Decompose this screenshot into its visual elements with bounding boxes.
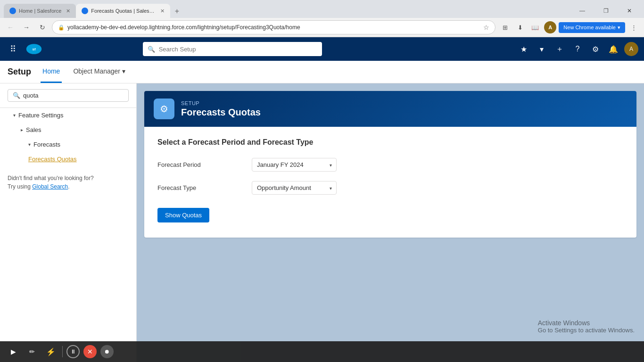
global-search-link[interactable]: Global Search: [32, 183, 68, 190]
sidebar-search-input[interactable]: [23, 92, 124, 99]
salesforce-app: ⠿ sf 🔍 ★ ▾ ＋ ? ⚙ 🔔 A Setup Home Object M…: [0, 37, 644, 362]
chrome-available-text: New Chrome available: [563, 25, 616, 30]
tab2-close[interactable]: ✕: [160, 8, 165, 14]
window-controls: — ❐ ✕: [571, 4, 640, 18]
sidebar-item-forecasts-quotas[interactable]: Forecasts Quotas: [0, 152, 136, 166]
browser-chrome: Home | Salesforce ✕ Forecasts Quotas | S…: [0, 0, 644, 37]
hint-text-line3: .: [68, 183, 69, 190]
pencil-tool-button[interactable]: ✏: [25, 344, 40, 359]
chevron-down-icon: ▾: [13, 113, 16, 118]
forecast-type-row: Forecast Type Opportunity Amount Opportu…: [157, 181, 623, 195]
header-icon: ⚙: [154, 99, 174, 119]
section-title: Select a Forecast Period and Forecast Ty…: [157, 138, 623, 147]
favorites-icon[interactable]: ★: [517, 42, 531, 56]
sf-content: ⚙ SETUP Forecasts Quotas Select a Foreca…: [137, 83, 644, 362]
taskbar-divider: [62, 346, 63, 357]
cursor-tool-button[interactable]: ▶: [6, 344, 21, 359]
record-button[interactable]: ⏺: [100, 345, 114, 358]
url-text: yollacademy-be-dev-ed.develop.lightning.…: [67, 24, 480, 31]
star-icon[interactable]: ☆: [483, 24, 489, 31]
show-quotas-button[interactable]: Show Quotas: [157, 208, 209, 222]
settings-icon[interactable]: ⚙: [588, 42, 603, 56]
browser-tabs: Home | Salesforce ✕ Forecasts Quotas | S…: [4, 4, 571, 18]
browser-tab-2[interactable]: Forecasts Quotas | Salesforce ✕: [76, 4, 170, 18]
toolbar-actions: ⊞ ⬇ 📖 A New Chrome available ▾ ⋮: [498, 21, 640, 34]
taskbar: ▶ ✏ ⚡ ⏸ ✕ ⏺: [0, 341, 644, 362]
card-body: Select a Forecast Period and Forecast Ty…: [144, 127, 636, 238]
downloads-icon[interactable]: ⬇: [513, 21, 527, 34]
setup-breadcrumb: SETUP: [181, 100, 261, 106]
tab1-close[interactable]: ✕: [66, 8, 70, 14]
sf-sidebar: 🔍 ▾ Feature Settings ▸ Sales ▾ Forecasts…: [0, 83, 137, 362]
address-bar[interactable]: 🔒 yollacademy-be-dev-ed.develop.lightnin…: [52, 20, 495, 34]
forecasts-label: Forecasts: [33, 141, 60, 148]
tab1-title: Home | Salesforce: [19, 8, 61, 14]
new-tab-button[interactable]: +: [170, 5, 183, 18]
hint-text-line1: Didn't find what you're looking for?: [8, 175, 94, 181]
svg-text:sf: sf: [32, 47, 35, 51]
bell-icon[interactable]: 🔔: [606, 42, 620, 56]
sf-appnav: Setup Home Object Manager ▾: [0, 61, 644, 83]
back-button[interactable]: ←: [4, 21, 17, 34]
forecast-period-label: Forecast Period: [157, 161, 242, 168]
bookmarks-icon[interactable]: 📖: [528, 21, 542, 34]
forward-button[interactable]: →: [20, 21, 33, 34]
main-content-card: ⚙ SETUP Forecasts Quotas Select a Foreca…: [144, 91, 636, 238]
home-label: Home: [42, 67, 60, 75]
chevron-right-icon: ▸: [21, 127, 23, 132]
lock-icon: 🔒: [58, 25, 65, 31]
topnav-actions: ★ ▾ ＋ ? ⚙ 🔔 A: [517, 42, 638, 56]
brush-tool-button[interactable]: ⚡: [43, 344, 58, 359]
object-manager-dropdown-icon: ▾: [122, 67, 125, 75]
global-search-input[interactable]: [159, 46, 317, 53]
favorites-dropdown-icon[interactable]: ▾: [535, 42, 549, 56]
reload-button[interactable]: ↻: [36, 21, 49, 34]
forecast-period-row: Forecast Period January FY 2024 February…: [157, 158, 623, 172]
forecast-period-select[interactable]: January FY 2024 February FY 2024 March F…: [252, 158, 337, 172]
chevron-icon: ▾: [618, 25, 620, 31]
browser-toolbar: ← → ↻ 🔒 yollacademy-be-dev-ed.develop.li…: [0, 18, 644, 37]
search-icon: 🔍: [148, 46, 155, 53]
gear-icon: ⚙: [160, 103, 168, 115]
sidebar-item-feature-settings[interactable]: ▾ Feature Settings: [0, 108, 136, 123]
appnav-object-manager[interactable]: Object Manager ▾: [71, 61, 127, 83]
forecast-period-select-wrapper: January FY 2024 February FY 2024 March F…: [252, 158, 337, 172]
forecasts-chevron-icon: ▾: [28, 142, 31, 147]
setup-label: Setup: [8, 67, 31, 77]
user-avatar[interactable]: A: [624, 42, 638, 56]
tab2-favicon: [82, 8, 88, 14]
close-button[interactable]: ✕: [619, 4, 640, 18]
stop-button[interactable]: ✕: [83, 345, 97, 358]
maximize-button[interactable]: ❐: [595, 4, 617, 18]
sf-main: 🔍 ▾ Feature Settings ▸ Sales ▾ Forecasts…: [0, 83, 644, 362]
sidebar-item-forecasts[interactable]: ▾ Forecasts: [0, 137, 136, 152]
minimize-button[interactable]: —: [571, 4, 593, 18]
menu-button[interactable]: ⋮: [627, 21, 640, 34]
sales-label: Sales: [26, 126, 41, 133]
help-icon[interactable]: ?: [570, 42, 585, 56]
salesforce-logo[interactable]: sf: [25, 41, 42, 58]
browser-title-bar: Home | Salesforce ✕ Forecasts Quotas | S…: [0, 0, 644, 18]
extensions-icon[interactable]: ⊞: [498, 21, 512, 34]
forecasts-quotas-label: Forecasts Quotas: [28, 156, 77, 163]
appnav-home[interactable]: Home: [41, 61, 62, 83]
card-header: ⚙ SETUP Forecasts Quotas: [144, 91, 636, 127]
forecast-type-select[interactable]: Opportunity Amount Opportunity Revenue: [252, 181, 337, 195]
profile-avatar: A: [544, 21, 556, 33]
header-text: SETUP Forecasts Quotas: [181, 100, 261, 118]
sidebar-hint: Didn't find what you're looking for? Try…: [0, 166, 136, 198]
sf-topnav: ⠿ sf 🔍 ★ ▾ ＋ ? ⚙ 🔔 A: [0, 37, 644, 61]
add-icon[interactable]: ＋: [553, 42, 567, 56]
browser-tab-1[interactable]: Home | Salesforce ✕: [4, 4, 76, 18]
sidebar-search-icon: 🔍: [13, 92, 20, 99]
sidebar-search-area: 🔍: [0, 83, 136, 108]
chrome-available-button[interactable]: New Chrome available ▾: [559, 22, 625, 33]
profile-icon[interactable]: A: [544, 21, 557, 34]
object-manager-label: Object Manager: [73, 67, 120, 75]
waffle-menu[interactable]: ⠿: [6, 42, 20, 56]
sidebar-item-sales[interactable]: ▸ Sales: [0, 123, 136, 137]
pause-button[interactable]: ⏸: [66, 345, 80, 358]
sidebar-search-box[interactable]: 🔍: [8, 89, 129, 102]
global-search-bar[interactable]: 🔍: [143, 42, 322, 56]
tab2-title: Forecasts Quotas | Salesforce: [91, 8, 156, 14]
